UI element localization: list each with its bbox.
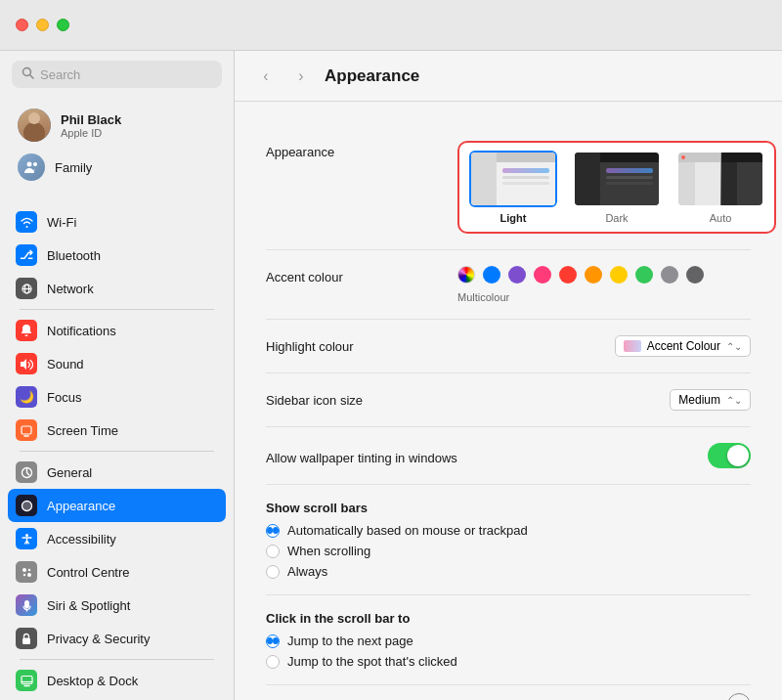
highlight-colour-label: Highlight colour	[266, 335, 442, 354]
user-profile: Phil Black Apple ID Family	[0, 98, 234, 196]
sidebar-item-label-sound: Sound	[47, 357, 84, 372]
accent-blue[interactable]	[483, 266, 500, 284]
appearance-icon	[16, 495, 37, 516]
accent-green[interactable]	[635, 266, 653, 284]
sidebar-item-focus[interactable]: 🌙 Focus	[8, 380, 226, 414]
sidebar-icon-size-dropdown[interactable]: Medium ⌃⌄	[670, 389, 751, 411]
sidebar-item-notifications[interactable]: Notifications	[8, 314, 226, 347]
accent-colours	[457, 266, 704, 284]
dark-label: Dark	[605, 212, 628, 224]
sidebar-item-screentime[interactable]: Screen Time	[8, 414, 226, 447]
user-name: Phil Black	[61, 112, 121, 127]
sidebar-item-label-focus: Focus	[47, 390, 81, 405]
user-apple-id: Apple ID	[61, 127, 121, 139]
multicolour-label: Multicolour	[457, 291, 509, 303]
click-scroll-section: Click in the scroll bar to Jump to the n…	[266, 611, 751, 669]
svg-point-2	[27, 162, 32, 167]
appearance-auto-card[interactable]: Auto	[676, 151, 764, 224]
appearance-light-card[interactable]: Light	[469, 151, 557, 224]
svg-marker-7	[21, 359, 26, 370]
sidebar-item-controlcentre[interactable]: Control Centre	[8, 555, 226, 589]
scroll-bars-auto-label: Automatically based on mouse or trackpad	[287, 523, 528, 538]
sidebar-item-label-bluetooth: Bluetooth	[47, 248, 101, 263]
dropdown-arrows-size: ⌃⌄	[726, 395, 742, 406]
sidebar-item-label-network: Network	[47, 282, 94, 296]
sidebar-item-privacy[interactable]: Privacy & Security	[8, 622, 226, 655]
scroll-bars-scrolling[interactable]: When scrolling	[266, 544, 751, 558]
accent-multicolour[interactable]	[457, 266, 475, 284]
wallpaper-tinting-toggle[interactable]	[708, 443, 751, 468]
accent-yellow[interactable]	[610, 266, 628, 284]
sidebar-item-general[interactable]: General	[8, 456, 226, 489]
search-box[interactable]: Search	[12, 61, 222, 88]
family-label: Family	[55, 160, 92, 175]
sidebar-item-wifi[interactable]: Wi-Fi	[8, 205, 226, 239]
svg-point-16	[27, 573, 31, 577]
click-scroll-page[interactable]: Jump to the next page	[266, 634, 751, 648]
sidebar-icon-size-row: Sidebar icon size Medium ⌃⌄	[266, 373, 751, 427]
accent-graphite[interactable]	[661, 266, 678, 284]
minimize-button[interactable]	[36, 19, 49, 31]
auto-label: Auto	[710, 212, 732, 224]
accent-orange[interactable]	[585, 266, 602, 284]
right-panel: ‹ › Appearance Appearance	[235, 51, 782, 700]
scroll-bars-auto[interactable]: Automatically based on mouse or trackpad	[266, 523, 751, 538]
user-account-item[interactable]: Phil Black Apple ID	[14, 106, 220, 145]
help-container: ?	[266, 685, 751, 700]
dark-preview	[573, 151, 661, 207]
sidebar-divider-3	[20, 451, 214, 452]
sidebar-item-desktop[interactable]: Desktop & Dock	[8, 664, 226, 697]
accent-colour-label: Accent colour	[266, 266, 442, 284]
traffic-lights	[16, 19, 69, 31]
svg-line-12	[26, 472, 29, 475]
sidebar-item-label-screentime: Screen Time	[47, 423, 118, 438]
panel-header: ‹ › Appearance	[235, 51, 782, 102]
screentime-icon	[16, 419, 37, 441]
accent-darkgray[interactable]	[686, 266, 704, 284]
main-content: Search Phil Black Apple ID	[0, 51, 782, 700]
sidebar-item-bluetooth[interactable]: ⎇ Bluetooth	[8, 239, 226, 272]
sidebar-item-label-general: General	[47, 465, 92, 480]
svg-rect-21	[22, 676, 32, 683]
appearance-dark-card[interactable]: Dark	[573, 151, 661, 224]
siri-icon	[16, 594, 37, 616]
focus-icon: 🌙	[16, 386, 37, 408]
family-item[interactable]: Family	[14, 151, 220, 184]
search-placeholder: Search	[40, 67, 80, 82]
sidebar-item-appearance[interactable]: Appearance	[8, 489, 226, 522]
sidebar-item-sound[interactable]: Sound	[8, 347, 226, 380]
appearance-cards-container: Light	[457, 141, 776, 234]
click-scroll-row: Click in the scroll bar to Jump to the n…	[266, 595, 751, 685]
scroll-bars-always[interactable]: Always	[266, 564, 751, 579]
click-scroll-spot[interactable]: Jump to the spot that's clicked	[266, 654, 751, 669]
highlight-colour-value: Accent Colour	[647, 339, 720, 353]
click-scroll-spot-label: Jump to the spot that's clicked	[287, 654, 457, 669]
fullscreen-button[interactable]	[57, 19, 69, 31]
sidebar-item-accessibility[interactable]: Accessibility	[8, 522, 226, 555]
close-button[interactable]	[16, 19, 28, 31]
radio-jump-page	[266, 634, 280, 648]
sidebar-item-siri[interactable]: Siri & Spotlight	[8, 589, 226, 622]
sidebar-item-network[interactable]: Network	[8, 272, 226, 305]
bluetooth-icon: ⎇	[16, 244, 37, 266]
dropdown-arrows-highlight: ⌃⌄	[726, 341, 742, 352]
accent-pink[interactable]	[534, 266, 551, 284]
highlight-colour-dropdown[interactable]: Accent Colour ⌃⌄	[615, 335, 751, 357]
accent-red[interactable]	[559, 266, 577, 284]
scroll-bars-options: Automatically based on mouse or trackpad…	[266, 523, 751, 579]
help-button[interactable]: ?	[727, 693, 751, 700]
sound-icon	[16, 353, 37, 374]
sidebar-item-label-controlcentre: Control Centre	[47, 565, 130, 580]
radio-always	[266, 565, 280, 579]
accent-purple[interactable]	[508, 266, 526, 284]
forward-button[interactable]: ›	[289, 65, 313, 88]
back-button[interactable]: ‹	[254, 65, 278, 88]
sidebar: Search Phil Black Apple ID	[0, 51, 235, 700]
svg-rect-8	[22, 426, 31, 434]
search-container: Search	[0, 51, 234, 98]
sidebar-item-label-privacy: Privacy & Security	[47, 632, 150, 646]
svg-point-3	[33, 162, 37, 166]
user-avatar	[18, 109, 51, 142]
sidebar-divider-2	[20, 309, 214, 310]
wallpaper-tinting-row: Allow wallpaper tinting in windows	[266, 427, 751, 485]
